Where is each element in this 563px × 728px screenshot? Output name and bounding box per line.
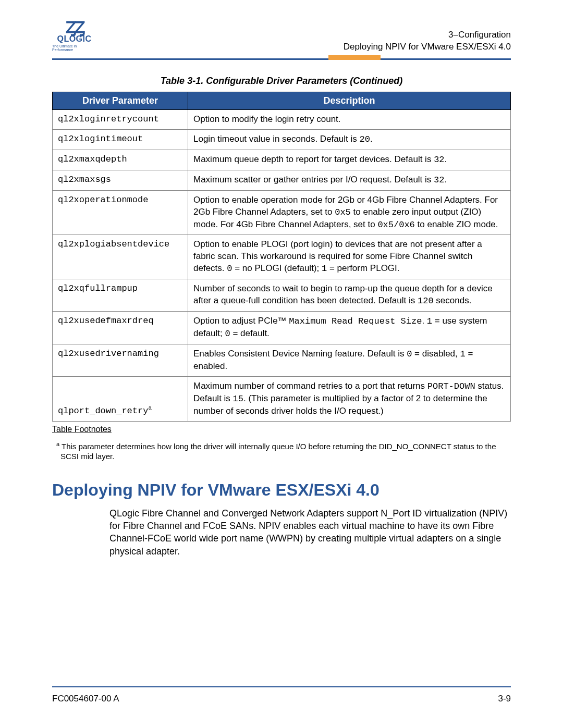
header-chapter: 3–Configuration bbox=[344, 29, 511, 41]
column-header-param: Driver Parameter bbox=[53, 92, 188, 109]
header-rule bbox=[52, 58, 511, 60]
desc-cell: Option to enable operation mode for 2Gb … bbox=[188, 190, 511, 235]
param-cell: ql2xusedefmaxrdreq bbox=[53, 312, 188, 344]
param-cell: ql2xmaxqdepth bbox=[53, 150, 188, 170]
desc-cell: Maximum scatter or gather entries per I/… bbox=[188, 170, 511, 190]
desc-cell: Number of seconds to wait to begin to ra… bbox=[188, 279, 511, 312]
param-cell: qlport_down_retrya bbox=[53, 376, 188, 421]
desc-cell: Option to enable PLOGI (port login) to d… bbox=[188, 235, 511, 279]
param-cell: ql2xplogiabsentdevice bbox=[53, 235, 188, 279]
param-cell: ql2xlogintimeout bbox=[53, 129, 188, 150]
desc-cell: Option to modify the login retry count. bbox=[188, 109, 511, 129]
asterisk-icon: a bbox=[56, 441, 59, 447]
driver-params-table: Driver Parameter Description ql2xloginre… bbox=[52, 92, 511, 422]
logo-tagline: The Ultimate in Performance bbox=[52, 44, 96, 52]
table-row: qlport_down_retryaMaximum number of comm… bbox=[53, 376, 511, 421]
header-breadcrumb: 3–Configuration Deploying NPIV for VMwar… bbox=[344, 29, 511, 53]
column-header-desc: Description bbox=[188, 92, 511, 109]
table-row: ql2xlogintimeoutLogin timeout value in s… bbox=[53, 129, 511, 150]
header-section: Deploying NPIV for VMware ESX/ESXi 4.0 bbox=[344, 41, 511, 53]
footnotes-label: Table Footnotes bbox=[52, 425, 511, 434]
desc-cell: Maximum queue depth to report for target… bbox=[188, 150, 511, 170]
desc-cell: Login timeout value in seconds. Default … bbox=[188, 129, 511, 150]
param-cell: ql2xoperationmode bbox=[53, 190, 188, 235]
param-cell: ql2xqfullrampup bbox=[53, 279, 188, 312]
section-heading: Deploying NPIV for VMware ESX/ESXi 4.0 bbox=[52, 480, 511, 500]
param-cell: ql2xusedrivernaming bbox=[53, 344, 188, 377]
asterisk-icon: a bbox=[148, 405, 152, 411]
footer-doc-id: FC0054607-00 A bbox=[52, 694, 119, 704]
param-cell: ql2xloginretrycount bbox=[53, 109, 188, 129]
footer-rule bbox=[52, 686, 511, 687]
desc-cell: Maximum number of command retries to a p… bbox=[188, 376, 511, 421]
table-row: ql2xplogiabsentdeviceOption to enable PL… bbox=[53, 235, 511, 279]
desc-cell: Option to adjust PCIe™ Maximum Read Requ… bbox=[188, 312, 511, 344]
logo-mark-icon: ȤȤ bbox=[66, 20, 83, 35]
table-row: ql2xmaxsgsMaximum scatter or gather entr… bbox=[53, 170, 511, 190]
param-cell: ql2xmaxsgs bbox=[53, 170, 188, 190]
table-caption: Table 3-1. Configurable Driver Parameter… bbox=[52, 76, 511, 87]
page-header: ȤȤ QLOGIC The Ultimate in Performance 3–… bbox=[52, 20, 511, 53]
body-paragraph: QLogic Fibre Channel and Converged Netwo… bbox=[109, 507, 511, 558]
page-footer: FC0054607-00 A 3-9 bbox=[52, 694, 511, 704]
footnote-body: This parameter determines how long the d… bbox=[60, 442, 496, 461]
logo-name: QLOGIC bbox=[57, 34, 91, 44]
divider bbox=[52, 58, 511, 60]
table-row: ql2xloginretrycountOption to modify the … bbox=[53, 109, 511, 129]
footnote-text: a This parameter determines how long the… bbox=[52, 440, 511, 462]
table-row: ql2xusedrivernamingEnables Consistent De… bbox=[53, 344, 511, 377]
desc-cell: Enables Consistent Device Naming feature… bbox=[188, 344, 511, 377]
footer-page-number: 3-9 bbox=[498, 694, 511, 704]
table-row: ql2xoperationmodeOption to enable operat… bbox=[53, 190, 511, 235]
accent-bar-icon bbox=[328, 55, 381, 60]
table-row: ql2xmaxqdepthMaximum queue depth to repo… bbox=[53, 150, 511, 170]
table-row: ql2xqfullrampupNumber of seconds to wait… bbox=[53, 279, 511, 312]
qlogic-logo: ȤȤ QLOGIC The Ultimate in Performance bbox=[52, 20, 96, 52]
table-row: ql2xusedefmaxrdreqOption to adjust PCIe™… bbox=[53, 312, 511, 344]
